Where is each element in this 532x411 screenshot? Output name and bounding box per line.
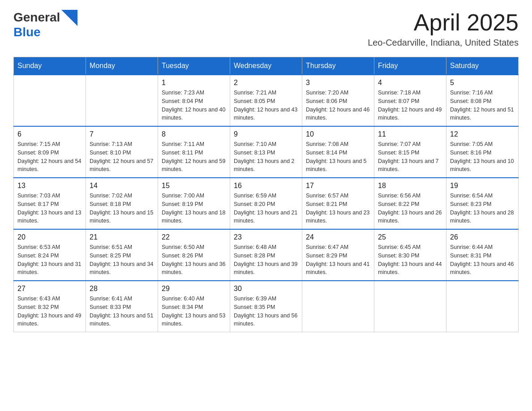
col-saturday: Saturday <box>446 57 519 75</box>
calendar-cell: 9Sunrise: 7:10 AMSunset: 8:13 PMDaylight… <box>230 126 302 178</box>
day-number: 15 <box>162 182 226 190</box>
day-info: Sunrise: 6:44 AMSunset: 8:31 PMDaylight:… <box>450 243 515 277</box>
day-info: Sunrise: 7:21 AMSunset: 8:05 PMDaylight:… <box>234 89 298 122</box>
day-info: Sunrise: 6:39 AMSunset: 8:35 PMDaylight:… <box>234 295 298 328</box>
day-info: Sunrise: 6:57 AMSunset: 8:21 PMDaylight:… <box>306 192 370 225</box>
day-info: Sunrise: 6:43 AMSunset: 8:32 PMDaylight:… <box>17 295 82 328</box>
day-number: 18 <box>378 182 442 190</box>
calendar-subtitle: Leo-Cedarville, Indiana, United States <box>368 38 519 48</box>
calendar-cell: 5Sunrise: 7:16 AMSunset: 8:08 PMDaylight… <box>446 75 519 126</box>
calendar-cell: 19Sunrise: 6:54 AMSunset: 8:23 PMDayligh… <box>446 178 519 229</box>
calendar-cell <box>14 75 86 126</box>
day-number: 5 <box>450 79 515 87</box>
day-info: Sunrise: 7:23 AMSunset: 8:04 PMDaylight:… <box>162 89 226 122</box>
day-info: Sunrise: 7:08 AMSunset: 8:14 PMDaylight:… <box>306 140 370 174</box>
col-friday: Friday <box>374 57 446 75</box>
calendar-cell: 3Sunrise: 7:20 AMSunset: 8:06 PMDaylight… <box>302 75 374 126</box>
calendar-cell: 18Sunrise: 6:56 AMSunset: 8:22 PMDayligh… <box>374 178 446 229</box>
calendar-cell: 28Sunrise: 6:41 AMSunset: 8:33 PMDayligh… <box>86 281 158 332</box>
day-info: Sunrise: 7:10 AMSunset: 8:13 PMDaylight:… <box>234 140 298 174</box>
day-number: 7 <box>90 130 154 138</box>
day-info: Sunrise: 7:18 AMSunset: 8:07 PMDaylight:… <box>378 89 442 122</box>
calendar-cell: 24Sunrise: 6:47 AMSunset: 8:29 PMDayligh… <box>302 229 374 281</box>
day-info: Sunrise: 6:45 AMSunset: 8:30 PMDaylight:… <box>378 243 442 277</box>
calendar-cell: 13Sunrise: 7:03 AMSunset: 8:17 PMDayligh… <box>14 178 86 229</box>
day-number: 1 <box>162 79 226 87</box>
col-wednesday: Wednesday <box>230 57 302 75</box>
logo-blue: Blue <box>13 25 41 39</box>
calendar-cell: 26Sunrise: 6:44 AMSunset: 8:31 PMDayligh… <box>446 229 519 281</box>
day-info: Sunrise: 7:07 AMSunset: 8:15 PMDaylight:… <box>378 140 442 174</box>
day-number: 30 <box>234 285 298 293</box>
day-info: Sunrise: 6:54 AMSunset: 8:23 PMDaylight:… <box>450 192 515 225</box>
day-number: 14 <box>90 182 154 190</box>
calendar-cell: 22Sunrise: 6:50 AMSunset: 8:26 PMDayligh… <box>158 229 230 281</box>
day-number: 29 <box>162 285 226 293</box>
calendar-cell: 16Sunrise: 6:59 AMSunset: 8:20 PMDayligh… <box>230 178 302 229</box>
day-info: Sunrise: 7:20 AMSunset: 8:06 PMDaylight:… <box>306 89 370 122</box>
title-section: April 2025 Leo-Cedarville, Indiana, Unit… <box>368 9 519 48</box>
day-number: 4 <box>378 79 442 87</box>
calendar-cell: 20Sunrise: 6:53 AMSunset: 8:24 PMDayligh… <box>14 229 86 281</box>
day-number: 11 <box>378 130 442 138</box>
day-number: 25 <box>378 233 442 241</box>
calendar-cell: 1Sunrise: 7:23 AMSunset: 8:04 PMDaylight… <box>158 75 230 126</box>
day-info: Sunrise: 6:41 AMSunset: 8:33 PMDaylight:… <box>90 295 154 328</box>
day-info: Sunrise: 7:05 AMSunset: 8:16 PMDaylight:… <box>450 140 515 174</box>
day-info: Sunrise: 6:50 AMSunset: 8:26 PMDaylight:… <box>162 243 226 277</box>
day-number: 24 <box>306 233 370 241</box>
calendar-cell <box>446 281 519 332</box>
day-number: 13 <box>17 182 82 190</box>
day-number: 19 <box>450 182 515 190</box>
calendar-title: April 2025 <box>368 9 519 36</box>
day-info: Sunrise: 6:59 AMSunset: 8:20 PMDaylight:… <box>234 192 298 225</box>
day-info: Sunrise: 6:56 AMSunset: 8:22 PMDaylight:… <box>378 192 442 225</box>
header-row: Sunday Monday Tuesday Wednesday Thursday… <box>14 57 519 75</box>
logo-triangle-icon <box>61 10 77 26</box>
day-number: 20 <box>17 233 82 241</box>
calendar-cell: 23Sunrise: 6:48 AMSunset: 8:28 PMDayligh… <box>230 229 302 281</box>
day-info: Sunrise: 7:02 AMSunset: 8:18 PMDaylight:… <box>90 192 154 225</box>
calendar-cell: 25Sunrise: 6:45 AMSunset: 8:30 PMDayligh… <box>374 229 446 281</box>
day-number: 12 <box>450 130 515 138</box>
calendar-cell: 21Sunrise: 6:51 AMSunset: 8:25 PMDayligh… <box>86 229 158 281</box>
day-number: 23 <box>234 233 298 241</box>
calendar-cell: 8Sunrise: 7:11 AMSunset: 8:11 PMDaylight… <box>158 126 230 178</box>
day-info: Sunrise: 7:15 AMSunset: 8:09 PMDaylight:… <box>17 140 82 174</box>
calendar-cell: 17Sunrise: 6:57 AMSunset: 8:21 PMDayligh… <box>302 178 374 229</box>
day-info: Sunrise: 7:16 AMSunset: 8:08 PMDaylight:… <box>450 89 515 122</box>
col-monday: Monday <box>86 57 158 75</box>
week-row-4: 20Sunrise: 6:53 AMSunset: 8:24 PMDayligh… <box>14 229 519 281</box>
calendar-cell: 30Sunrise: 6:39 AMSunset: 8:35 PMDayligh… <box>230 281 302 332</box>
day-number: 9 <box>234 130 298 138</box>
calendar-cell <box>374 281 446 332</box>
day-number: 28 <box>90 285 154 293</box>
week-row-5: 27Sunrise: 6:43 AMSunset: 8:32 PMDayligh… <box>14 281 519 332</box>
day-info: Sunrise: 6:53 AMSunset: 8:24 PMDaylight:… <box>17 243 82 277</box>
calendar-cell: 29Sunrise: 6:40 AMSunset: 8:34 PMDayligh… <box>158 281 230 332</box>
calendar-table: Sunday Monday Tuesday Wednesday Thursday… <box>13 57 519 332</box>
calendar-cell: 12Sunrise: 7:05 AMSunset: 8:16 PMDayligh… <box>446 126 519 178</box>
day-number: 16 <box>234 182 298 190</box>
day-info: Sunrise: 7:13 AMSunset: 8:10 PMDaylight:… <box>90 140 154 174</box>
logo: General Blue <box>13 9 77 39</box>
week-row-1: 1Sunrise: 7:23 AMSunset: 8:04 PMDaylight… <box>14 75 519 126</box>
day-number: 8 <box>162 130 226 138</box>
svg-marker-0 <box>61 10 77 26</box>
col-thursday: Thursday <box>302 57 374 75</box>
col-sunday: Sunday <box>14 57 86 75</box>
day-number: 2 <box>234 79 298 87</box>
day-info: Sunrise: 6:51 AMSunset: 8:25 PMDaylight:… <box>90 243 154 277</box>
col-tuesday: Tuesday <box>158 57 230 75</box>
day-info: Sunrise: 6:48 AMSunset: 8:28 PMDaylight:… <box>234 243 298 277</box>
day-number: 10 <box>306 130 370 138</box>
day-info: Sunrise: 7:03 AMSunset: 8:17 PMDaylight:… <box>17 192 82 225</box>
calendar-cell: 10Sunrise: 7:08 AMSunset: 8:14 PMDayligh… <box>302 126 374 178</box>
calendar-cell <box>302 281 374 332</box>
day-number: 27 <box>17 285 82 293</box>
day-number: 22 <box>162 233 226 241</box>
calendar-cell: 11Sunrise: 7:07 AMSunset: 8:15 PMDayligh… <box>374 126 446 178</box>
calendar-cell: 4Sunrise: 7:18 AMSunset: 8:07 PMDaylight… <box>374 75 446 126</box>
day-number: 3 <box>306 79 370 87</box>
day-number: 17 <box>306 182 370 190</box>
